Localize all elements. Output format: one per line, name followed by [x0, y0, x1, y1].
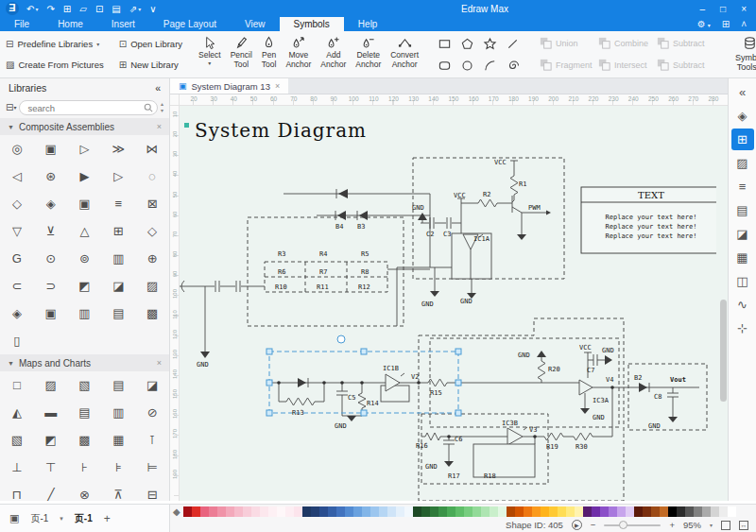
color-swatch[interactable] — [413, 506, 421, 517]
color-swatch[interactable] — [192, 506, 200, 517]
close-section-icon[interactable]: × — [157, 122, 162, 131]
zoom-out-button[interactable]: − — [591, 520, 596, 530]
color-swatch[interactable] — [711, 506, 719, 517]
library-symbol[interactable]: ⊘ — [135, 399, 169, 426]
library-symbol[interactable]: ▤ — [68, 399, 102, 426]
convert-anchor-button[interactable]: ConvertAnchor — [386, 31, 423, 77]
color-swatch[interactable] — [336, 506, 345, 517]
color-swatch[interactable] — [498, 506, 507, 517]
color-swatch[interactable] — [583, 506, 592, 517]
color-swatch[interactable] — [651, 506, 660, 517]
section-maps-and-charts[interactable]: ▼ Maps and Charts × — [0, 354, 169, 371]
library-symbol[interactable]: ⊙ — [34, 245, 68, 272]
layers-icon[interactable]: ≡ — [731, 176, 754, 197]
library-symbol[interactable]: ◈ — [34, 190, 68, 217]
arc-shape-button[interactable] — [483, 59, 497, 73]
color-swatch[interactable] — [362, 506, 370, 517]
library-symbol[interactable]: ⊃ — [34, 272, 68, 300]
search-icon[interactable] — [143, 100, 154, 117]
page-overview-icon[interactable]: ▣ — [9, 512, 19, 524]
library-symbol[interactable]: ▨ — [135, 272, 169, 300]
text-box-shape[interactable]: TEXT Replace your text here! Replace you… — [581, 187, 716, 253]
fit-view-icon[interactable]: ⊹ — [731, 317, 754, 339]
library-symbol[interactable]: ▣ — [34, 135, 68, 163]
color-swatch[interactable] — [234, 506, 243, 517]
color-swatch[interactable] — [328, 506, 336, 517]
move-anchor-button[interactable]: MoveAnchor — [281, 31, 316, 77]
library-symbol[interactable]: ▣ — [34, 300, 68, 327]
color-swatch[interactable] — [268, 506, 277, 517]
color-swatch[interactable] — [302, 506, 311, 517]
page-notes-icon[interactable]: ▤ — [731, 199, 754, 221]
color-swatch[interactable] — [447, 506, 455, 517]
color-swatch[interactable] — [226, 506, 234, 517]
color-swatch[interactable] — [728, 506, 736, 517]
rounded-rectangle-shape-button[interactable] — [438, 59, 452, 73]
library-symbol[interactable]: ◩ — [68, 272, 102, 300]
predefine-libraries-button[interactable]: ⊟Predefine Libraries▾ — [6, 39, 104, 49]
minimize-button[interactable]: – — [700, 4, 706, 14]
close-button[interactable]: × — [741, 4, 747, 14]
color-swatch[interactable] — [677, 506, 685, 517]
color-swatch[interactable] — [421, 506, 430, 517]
library-symbol[interactable]: ◪ — [135, 371, 169, 399]
library-symbol[interactable]: ◭ — [0, 399, 34, 426]
color-swatch[interactable] — [379, 506, 387, 517]
color-swatch[interactable] — [438, 506, 447, 517]
library-symbol[interactable]: ⊂ — [0, 272, 34, 300]
library-symbol[interactable]: ⋈ — [135, 135, 169, 163]
library-symbol[interactable]: ▥ — [101, 399, 135, 426]
color-swatch[interactable] — [609, 506, 617, 517]
page-tab[interactable]: 页-1 — [75, 512, 93, 525]
add-anchor-button[interactable]: AddAnchor — [316, 31, 351, 77]
settings-icon[interactable]: ⚙▾ — [697, 19, 711, 29]
color-swatch[interactable] — [353, 506, 362, 517]
connector-icon[interactable]: ∿ — [731, 294, 754, 316]
library-symbol[interactable]: ⊼ — [101, 481, 135, 501]
color-swatch[interactable] — [668, 506, 677, 517]
color-swatch[interactable] — [404, 506, 413, 517]
library-symbol[interactable]: ◈ — [0, 300, 34, 327]
new-page-icon[interactable]: ⊞ — [63, 4, 71, 14]
star-shape-button[interactable] — [483, 37, 497, 51]
zoom-dropdown-icon[interactable]: ▾ — [710, 522, 713, 528]
menu-tab-view[interactable]: View — [231, 17, 280, 31]
color-swatch[interactable] — [541, 506, 549, 517]
color-swatch[interactable] — [209, 506, 217, 517]
library-symbol[interactable]: □ — [0, 371, 34, 399]
library-symbol[interactable]: ⊺ — [135, 426, 169, 454]
color-swatch[interactable] — [532, 506, 541, 517]
close-tab-icon[interactable]: × — [275, 81, 280, 91]
color-swatch[interactable] — [455, 506, 464, 517]
menu-tab-symbols[interactable]: Symbols — [280, 17, 344, 31]
color-swatch[interactable] — [260, 506, 268, 517]
chart-icon[interactable]: ◪ — [731, 223, 754, 245]
library-symbol[interactable]: ▩ — [68, 426, 102, 454]
color-swatch[interactable] — [387, 506, 396, 517]
library-scroll-spinners[interactable]: ▴▾ — [161, 101, 165, 113]
collapse-panel-icon[interactable]: « — [731, 81, 754, 103]
boolean-fragment-button[interactable]: Fragment — [539, 58, 597, 74]
open-library-button[interactable]: ⊡Open Library — [119, 39, 182, 49]
color-swatch[interactable] — [430, 506, 438, 517]
library-symbol[interactable]: ▩ — [135, 300, 169, 327]
library-symbol[interactable]: ⊦ — [68, 454, 102, 481]
pencil-tool-button[interactable]: PencilTool — [226, 31, 257, 77]
library-symbol[interactable]: ⊤ — [34, 454, 68, 481]
color-swatch[interactable] — [558, 506, 566, 517]
export-icon[interactable]: ⇗▾ — [129, 4, 141, 14]
boolean-combine-button[interactable]: Combine — [597, 36, 656, 52]
color-swatch[interactable] — [345, 506, 353, 517]
menu-tab-insert[interactable]: Insert — [97, 17, 149, 31]
color-swatch[interactable] — [490, 506, 498, 517]
zoom-in-button[interactable]: + — [669, 520, 675, 530]
library-symbol[interactable]: ⊗ — [68, 481, 102, 501]
boolean-subtract-button[interactable]: Subtract — [656, 36, 714, 52]
library-symbol[interactable]: △ — [68, 217, 102, 245]
table-icon[interactable]: ▦ — [731, 247, 754, 268]
library-symbol[interactable]: ◇ — [0, 190, 34, 217]
library-symbol[interactable]: ⊕ — [135, 245, 169, 272]
library-symbol[interactable]: ◇ — [135, 217, 169, 245]
color-swatch[interactable] — [507, 506, 515, 517]
zoom-slider[interactable] — [604, 524, 661, 526]
